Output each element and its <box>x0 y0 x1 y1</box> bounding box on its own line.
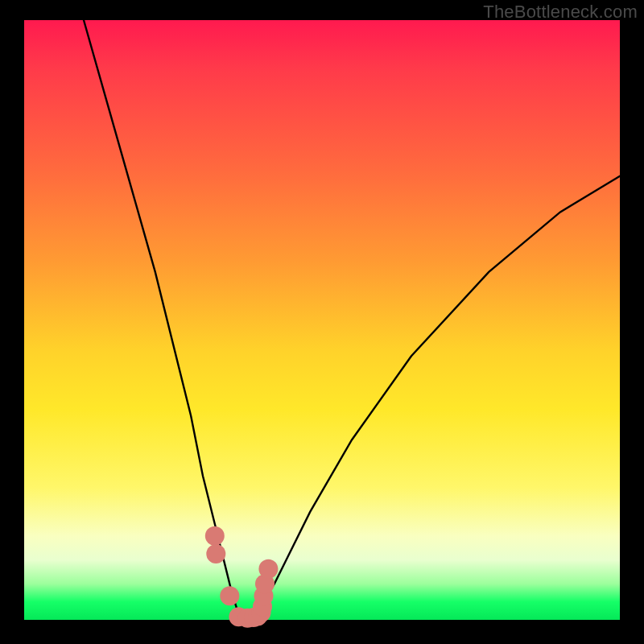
bottleneck-curve <box>84 20 620 620</box>
plot-area <box>24 20 620 620</box>
chart-svg <box>24 20 620 620</box>
marker-point <box>258 559 278 579</box>
marker-point <box>206 544 225 564</box>
highlight-markers <box>205 526 279 628</box>
watermark-text: TheBottleneck.com <box>483 2 638 23</box>
chart-frame: TheBottleneck.com <box>0 0 644 644</box>
marker-point <box>220 586 239 605</box>
marker-point <box>205 526 225 546</box>
